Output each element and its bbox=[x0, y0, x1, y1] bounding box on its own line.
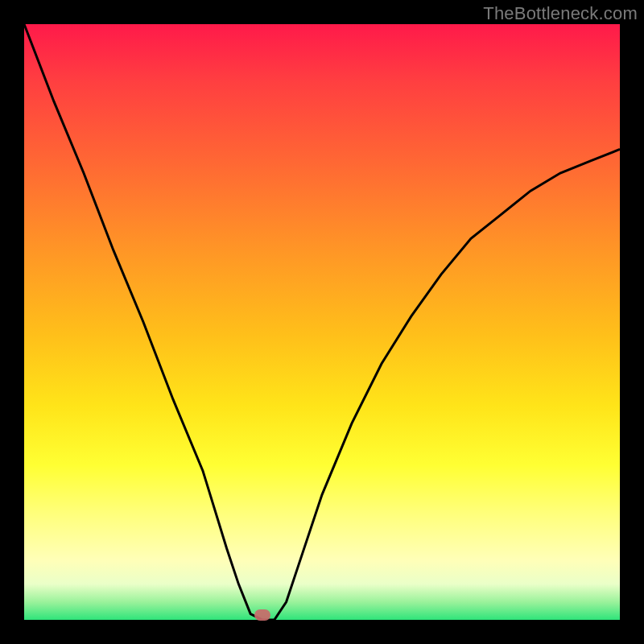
curve-line bbox=[24, 24, 620, 620]
chart-frame: TheBottleneck.com bbox=[0, 0, 644, 644]
optimum-marker bbox=[254, 609, 270, 621]
bottleneck-curve bbox=[24, 24, 620, 620]
watermark-text: TheBottleneck.com bbox=[483, 3, 638, 24]
